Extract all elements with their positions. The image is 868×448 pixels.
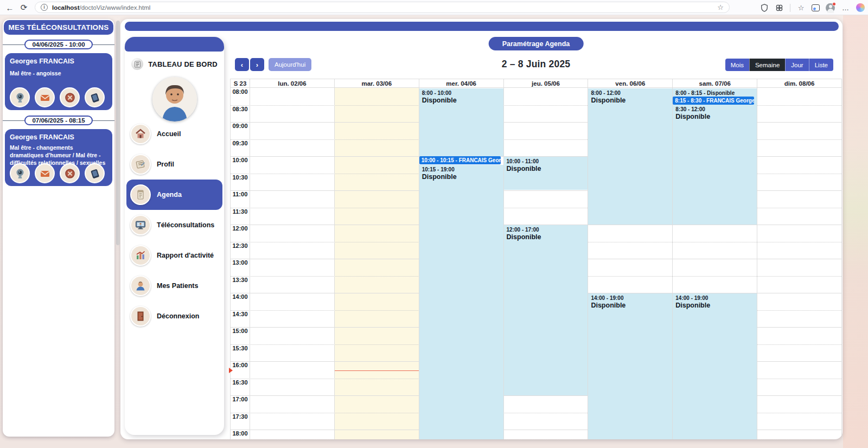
day-column-fri[interactable]: 8:00 - 12:00 Disponible 14:00 - 19:00 Di… [588,88,672,439]
sidebar-item-mes-patients[interactable]: Mes Patients [126,271,222,301]
toolbar-divider [790,4,790,12]
reload-icon: ⟳ [21,3,28,12]
agenda-icon [130,184,151,205]
browser-actions: ☆ e … [760,0,865,15]
sidebar-item-accueil[interactable]: Accueil [126,119,222,149]
day-header-row: S 23 lun. 02/06 mar. 03/06 mer. 04/06 je… [230,79,842,88]
phone-icon[interactable] [85,87,105,107]
shield-icon[interactable] [760,3,769,12]
address-bar[interactable]: i localhost/doctoViz/www/index.html ☆ [35,2,730,13]
availability-event[interactable]: 12:00 - 17:00 Disponible [504,225,588,395]
patients-icon [130,276,151,296]
edge-sidebar-icon[interactable]: e [812,4,820,11]
availability-event[interactable]: 10:15 - 19:00 Disponible [419,165,503,439]
availability-event[interactable]: 8:00 - 10:00 Disponible [419,88,503,156]
browser-toolbar: ← ⟳ i localhost/doctoViz/www/index.html … [0,0,868,15]
monitor-icon [130,215,151,235]
browser-back-button[interactable]: ← [3,1,16,14]
calendar-toolbar: ‹ › Aujourd'hui 2 – 8 Juin 2025 Mois Sem… [230,58,842,71]
agenda-settings-button[interactable]: Paramétrage Agenda [489,37,584,50]
day-header-thu[interactable]: jeu. 05/06 [503,79,588,87]
week-grid: S 23 lun. 02/06 mar. 03/06 mer. 04/06 je… [230,79,842,439]
panel-scrollbar[interactable] [116,21,120,245]
teleconsultations-panel: MES TÉLÉCONSULTATIONS 04/06/2025 - 10:00… [3,19,114,437]
webcam-icon[interactable] [10,87,30,107]
availability-event[interactable]: 14:00 - 19:00 Disponible [588,293,672,439]
availability-event[interactable]: 10:00 - 11:00 Disponible [504,157,588,190]
appointment-card[interactable]: Georges FRANCAIS Mal être - changements … [5,129,112,186]
home-icon [130,124,151,144]
day-header-mon[interactable]: lun. 02/06 [250,79,334,87]
now-indicator-line [335,370,419,371]
appointment-event[interactable]: 8:15 - 8:30 - FRANCAIS Georges [673,97,754,105]
mail-icon[interactable] [35,87,55,107]
teleconsultations-panel-title: MES TÉLÉCONSULTATIONS [4,20,113,35]
sidebar-menu: Accueil Profil Agenda Téléconsultations … [126,119,222,331]
appointment-datetime-badge: 07/06/2025 - 08:15 [24,116,92,125]
url-host: localhost [52,4,79,11]
webcam-icon[interactable] [10,163,30,183]
app-window: ← ⟳ i localhost/doctoViz/www/index.html … [0,0,868,448]
appointment-datetime-badge: 04/06/2025 - 10:00 [24,40,92,49]
day-columns-layer: 08:00 08:30 09:00 09:30 10:00 10:30 11:0… [231,88,841,439]
sidebar-header-bar [125,37,224,52]
copilot-icon[interactable] [856,3,865,12]
availability-event[interactable]: 8:00 - 12:00 Disponible [588,88,672,225]
calendar-area: Paramétrage Agenda ‹ › Aujourd'hui 2 – 8… [230,19,842,439]
sidebar-title: TABLEAU DE BORD [148,60,218,68]
day-header-wed[interactable]: mer. 04/06 [419,79,503,87]
cancel-icon[interactable] [60,87,80,107]
view-liste-button[interactable]: Liste [809,59,833,71]
appointment-card[interactable]: Georges FRANCAIS Mal être - angoisse [5,53,112,110]
day-column-sat[interactable]: 8:00 - 8:15 - Disponible 8:15 - 8:30 - F… [672,88,757,439]
view-jour-button[interactable]: Jour [785,59,808,71]
day-column-wed[interactable]: 8:00 - 10:00 Disponible 10:00 - 10:15 - … [419,88,503,439]
appointment-date-row: 04/06/2025 - 10:00 [3,40,114,49]
view-switcher: Mois Semaine Jour Liste [725,59,833,71]
phone-icon[interactable] [85,163,105,183]
bar-chart-icon [130,245,151,266]
cancel-icon[interactable] [60,163,80,183]
notebook-icon [130,154,151,175]
main-content: TABLEAU DE BORD Accueil Profil Agenda [120,19,843,439]
time-axis: 08:00 08:30 09:00 09:30 10:00 10:30 11:0… [231,88,250,439]
door-icon [130,306,151,327]
availability-event[interactable]: 14:00 - 19:00 Disponible [673,293,757,439]
appointment-event[interactable]: 10:00 - 10:15 - FRANCAIS Georges [419,156,501,164]
appointment-actions [10,163,105,183]
extensions-icon[interactable] [775,3,784,12]
patient-name: Georges FRANCAIS [10,133,107,141]
time-grid-body: 08:00 08:30 09:00 09:30 10:00 10:30 11:0… [230,88,842,439]
day-column-tue-today[interactable] [334,88,419,439]
patient-name: Georges FRANCAIS [10,57,107,65]
profile-avatar[interactable] [826,3,835,12]
sidebar-item-deconnexion[interactable]: Déconnexion [126,301,222,331]
day-header-sun[interactable]: dim. 08/06 [757,79,841,87]
sidebar-item-teleconsultations[interactable]: Téléconsultations [126,210,222,240]
day-column-mon[interactable] [250,88,334,439]
favorites-icon[interactable]: ☆ [796,3,806,12]
sidebar-item-profil[interactable]: Profil [126,149,222,180]
availability-event-label: 8:30 - 12:00 Disponible [675,106,710,121]
browser-reload-button[interactable]: ⟳ [17,1,30,14]
appointment-actions [10,87,105,107]
notification-dot [832,2,836,6]
day-header-tue[interactable]: mar. 03/06 [334,79,419,87]
view-mois-button[interactable]: Mois [725,59,749,71]
more-menu-icon[interactable]: … [841,3,850,12]
view-semaine-button[interactable]: Semaine [749,59,785,71]
day-header-fri[interactable]: ven. 06/06 [588,79,672,87]
mail-icon[interactable] [35,163,55,183]
sidebar-item-rapport[interactable]: Rapport d'activité [126,240,222,271]
day-header-sat[interactable]: sam. 07/06 [672,79,757,87]
bookmark-star-icon[interactable]: ☆ [717,3,724,11]
sidebar-item-agenda[interactable]: Agenda [126,180,222,210]
week-number: S 23 [231,79,250,87]
appointment-date-row: 07/06/2025 - 08:15 [3,116,114,125]
site-info-icon[interactable]: i [41,4,48,11]
day-column-thu[interactable]: 10:00 - 11:00 Disponible 12:00 - 17:00 D… [503,88,588,439]
day-column-sun[interactable] [757,88,841,439]
url-path: /doctoViz/www/index.html [79,4,150,11]
back-icon: ← [6,3,14,12]
now-indicator-arrow [229,368,233,373]
